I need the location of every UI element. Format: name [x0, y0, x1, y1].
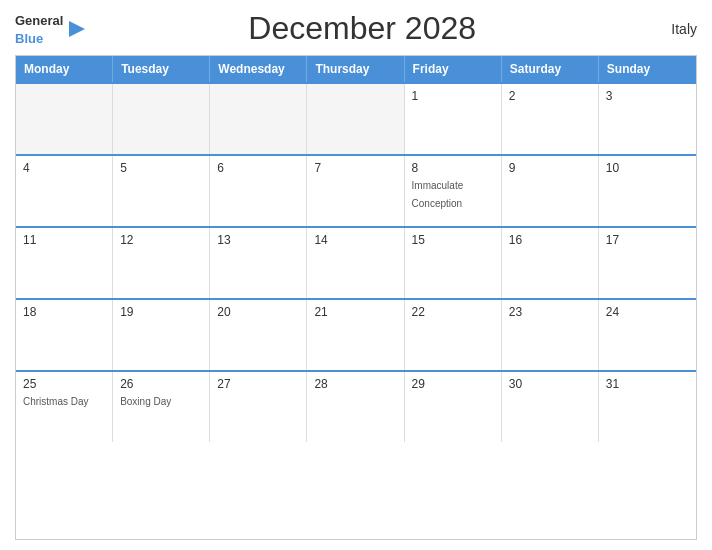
day-number: 8 — [412, 161, 494, 175]
weeks-container: 12345678Immaculate Conception91011121314… — [16, 82, 696, 442]
day-cell-w1-d5: 1 — [405, 84, 502, 154]
day-cell-w5-d1: 25Christmas Day — [16, 372, 113, 442]
day-cell-w4-d4: 21 — [307, 300, 404, 370]
day-cell-w4-d6: 23 — [502, 300, 599, 370]
day-number: 31 — [606, 377, 689, 391]
day-number: 10 — [606, 161, 689, 175]
week-row-5: 25Christmas Day26Boxing Day2728293031 — [16, 370, 696, 442]
day-number: 4 — [23, 161, 105, 175]
day-number: 24 — [606, 305, 689, 319]
day-cell-w1-d6: 2 — [502, 84, 599, 154]
day-event: Immaculate Conception — [412, 180, 464, 209]
day-number: 27 — [217, 377, 299, 391]
day-cell-w3-d6: 16 — [502, 228, 599, 298]
day-headers-row: Monday Tuesday Wednesday Thursday Friday… — [16, 56, 696, 82]
day-event: Christmas Day — [23, 396, 89, 407]
day-number: 5 — [120, 161, 202, 175]
day-number: 23 — [509, 305, 591, 319]
day-number: 18 — [23, 305, 105, 319]
day-cell-w4-d5: 22 — [405, 300, 502, 370]
calendar-page: General Blue December 2028 Italy Monday … — [0, 0, 712, 550]
day-cell-w4-d1: 18 — [16, 300, 113, 370]
day-cell-w2-d4: 7 — [307, 156, 404, 226]
header-thursday: Thursday — [307, 56, 404, 82]
day-number: 28 — [314, 377, 396, 391]
logo-general: General — [15, 11, 63, 29]
day-number: 26 — [120, 377, 202, 391]
day-cell-w1-d2 — [113, 84, 210, 154]
day-cell-w3-d3: 13 — [210, 228, 307, 298]
day-cell-w2-d2: 5 — [113, 156, 210, 226]
day-number: 21 — [314, 305, 396, 319]
svg-marker-0 — [69, 21, 85, 37]
day-cell-w5-d2: 26Boxing Day — [113, 372, 210, 442]
day-cell-w1-d3 — [210, 84, 307, 154]
day-number: 29 — [412, 377, 494, 391]
header-sunday: Sunday — [599, 56, 696, 82]
header-tuesday: Tuesday — [113, 56, 210, 82]
day-cell-w4-d7: 24 — [599, 300, 696, 370]
day-cell-w3-d7: 17 — [599, 228, 696, 298]
day-cell-w5-d4: 28 — [307, 372, 404, 442]
week-row-4: 18192021222324 — [16, 298, 696, 370]
week-row-3: 11121314151617 — [16, 226, 696, 298]
day-number: 6 — [217, 161, 299, 175]
day-number: 1 — [412, 89, 494, 103]
day-number: 17 — [606, 233, 689, 247]
day-number: 19 — [120, 305, 202, 319]
week-row-1: 123 — [16, 82, 696, 154]
day-number: 22 — [412, 305, 494, 319]
header: General Blue December 2028 Italy — [15, 10, 697, 47]
day-number: 15 — [412, 233, 494, 247]
header-saturday: Saturday — [502, 56, 599, 82]
day-cell-w2-d3: 6 — [210, 156, 307, 226]
month-title: December 2028 — [87, 10, 637, 47]
day-cell-w5-d7: 31 — [599, 372, 696, 442]
day-number: 12 — [120, 233, 202, 247]
day-number: 13 — [217, 233, 299, 247]
day-number: 3 — [606, 89, 689, 103]
day-number: 25 — [23, 377, 105, 391]
day-cell-w1-d7: 3 — [599, 84, 696, 154]
day-number: 11 — [23, 233, 105, 247]
header-monday: Monday — [16, 56, 113, 82]
day-cell-w4-d3: 20 — [210, 300, 307, 370]
day-cell-w5-d5: 29 — [405, 372, 502, 442]
country-label: Italy — [637, 21, 697, 37]
day-cell-w1-d4 — [307, 84, 404, 154]
calendar-grid: Monday Tuesday Wednesday Thursday Friday… — [15, 55, 697, 540]
day-cell-w3-d5: 15 — [405, 228, 502, 298]
logo-flag-icon — [67, 19, 87, 39]
day-cell-w5-d6: 30 — [502, 372, 599, 442]
day-number: 2 — [509, 89, 591, 103]
day-cell-w3-d2: 12 — [113, 228, 210, 298]
day-cell-w2-d7: 10 — [599, 156, 696, 226]
day-cell-w4-d2: 19 — [113, 300, 210, 370]
day-cell-w3-d1: 11 — [16, 228, 113, 298]
day-number: 7 — [314, 161, 396, 175]
day-number: 30 — [509, 377, 591, 391]
day-number: 16 — [509, 233, 591, 247]
day-number: 20 — [217, 305, 299, 319]
day-cell-w5-d3: 27 — [210, 372, 307, 442]
week-row-2: 45678Immaculate Conception910 — [16, 154, 696, 226]
day-number: 14 — [314, 233, 396, 247]
header-wednesday: Wednesday — [210, 56, 307, 82]
day-cell-w2-d6: 9 — [502, 156, 599, 226]
day-event: Boxing Day — [120, 396, 171, 407]
day-cell-w2-d1: 4 — [16, 156, 113, 226]
header-friday: Friday — [405, 56, 502, 82]
day-cell-w1-d1 — [16, 84, 113, 154]
logo-blue: Blue — [15, 29, 63, 47]
day-number: 9 — [509, 161, 591, 175]
day-cell-w2-d5: 8Immaculate Conception — [405, 156, 502, 226]
day-cell-w3-d4: 14 — [307, 228, 404, 298]
logo: General Blue — [15, 11, 87, 47]
